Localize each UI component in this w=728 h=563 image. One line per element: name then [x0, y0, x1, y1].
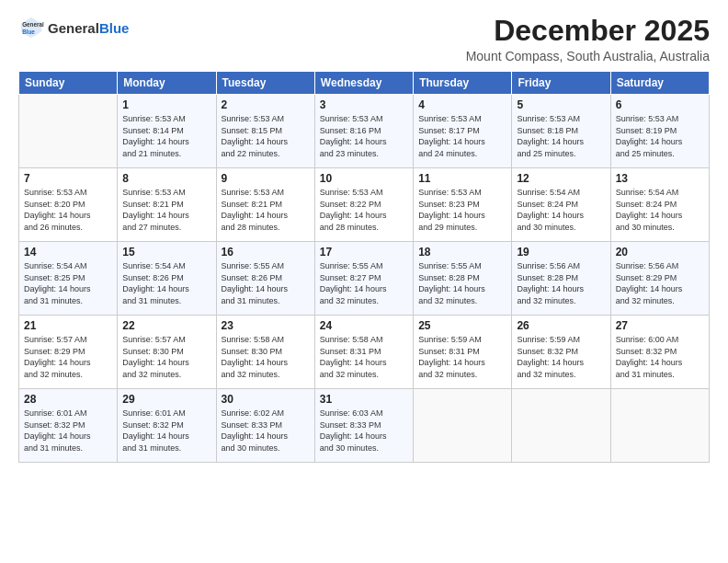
day-number: 28 [24, 393, 112, 406]
logo-blue: Blue [99, 20, 130, 36]
day-info: Sunrise: 5:59 AMSunset: 8:32 PMDaylight:… [517, 334, 605, 380]
calendar-cell: 16Sunrise: 5:55 AMSunset: 8:26 PMDayligh… [216, 242, 314, 316]
day-header-tuesday: Tuesday [216, 72, 314, 95]
calendar-cell: 19Sunrise: 5:56 AMSunset: 8:28 PMDayligh… [512, 242, 610, 316]
day-header-monday: Monday [118, 72, 216, 95]
calendar-cell: 2Sunrise: 5:53 AMSunset: 8:15 PMDaylight… [216, 95, 314, 168]
header: General Blue GeneralBlue December 2025 M… [18, 15, 710, 63]
calendar-cell: 20Sunrise: 5:56 AMSunset: 8:29 PMDayligh… [610, 242, 709, 316]
calendar-cell: 8Sunrise: 5:53 AMSunset: 8:21 PMDaylight… [118, 168, 216, 242]
day-number: 10 [320, 172, 408, 185]
calendar-cell: 6Sunrise: 5:53 AMSunset: 8:19 PMDaylight… [610, 95, 709, 168]
day-number: 17 [320, 246, 408, 259]
calendar-cell: 7Sunrise: 5:53 AMSunset: 8:20 PMDaylight… [19, 168, 118, 242]
day-info: Sunrise: 6:02 AMSunset: 8:33 PMDaylight:… [222, 408, 310, 454]
week-row-3: 14Sunrise: 5:54 AMSunset: 8:25 PMDayligh… [19, 242, 710, 316]
day-number: 19 [517, 246, 605, 259]
day-info: Sunrise: 5:56 AMSunset: 8:28 PMDaylight:… [517, 260, 605, 306]
day-info: Sunrise: 5:57 AMSunset: 8:29 PMDaylight:… [24, 334, 112, 380]
calendar-cell: 26Sunrise: 5:59 AMSunset: 8:32 PMDayligh… [512, 316, 610, 389]
day-number: 20 [616, 246, 704, 259]
day-info: Sunrise: 5:53 AMSunset: 8:22 PMDaylight:… [320, 187, 408, 233]
calendar-cell [512, 389, 610, 463]
day-header-thursday: Thursday [414, 72, 512, 95]
calendar-cell: 13Sunrise: 5:54 AMSunset: 8:24 PMDayligh… [610, 168, 709, 242]
calendar-cell: 11Sunrise: 5:53 AMSunset: 8:23 PMDayligh… [414, 168, 512, 242]
day-info: Sunrise: 5:53 AMSunset: 8:17 PMDaylight:… [418, 113, 506, 159]
calendar-cell [414, 389, 512, 463]
calendar-cell: 14Sunrise: 5:54 AMSunset: 8:25 PMDayligh… [19, 242, 118, 316]
day-info: Sunrise: 5:57 AMSunset: 8:30 PMDaylight:… [122, 334, 210, 380]
day-number: 8 [122, 172, 210, 185]
day-info: Sunrise: 5:53 AMSunset: 8:18 PMDaylight:… [517, 113, 605, 159]
day-number: 14 [24, 246, 112, 259]
day-info: Sunrise: 5:55 AMSunset: 8:26 PMDaylight:… [222, 260, 310, 306]
day-number: 1 [122, 98, 210, 111]
calendar-cell: 3Sunrise: 5:53 AMSunset: 8:16 PMDaylight… [314, 95, 413, 168]
calendar-cell: 30Sunrise: 6:02 AMSunset: 8:33 PMDayligh… [216, 389, 314, 463]
day-number: 12 [517, 172, 605, 185]
calendar-cell: 5Sunrise: 5:53 AMSunset: 8:18 PMDaylight… [512, 95, 610, 168]
day-number: 16 [222, 246, 310, 259]
day-number: 4 [418, 98, 506, 111]
calendar-cell: 24Sunrise: 5:58 AMSunset: 8:31 PMDayligh… [314, 316, 413, 389]
logo-icon: General Blue [18, 15, 44, 40]
day-info: Sunrise: 5:53 AMSunset: 8:23 PMDaylight:… [418, 187, 506, 233]
day-info: Sunrise: 5:59 AMSunset: 8:31 PMDaylight:… [418, 334, 506, 380]
day-info: Sunrise: 5:54 AMSunset: 8:24 PMDaylight:… [616, 187, 704, 233]
calendar-cell: 10Sunrise: 5:53 AMSunset: 8:22 PMDayligh… [314, 168, 413, 242]
day-info: Sunrise: 5:58 AMSunset: 8:30 PMDaylight:… [222, 334, 310, 380]
logo: General Blue GeneralBlue [18, 15, 129, 40]
day-header-saturday: Saturday [610, 72, 709, 95]
day-info: Sunrise: 6:03 AMSunset: 8:33 PMDaylight:… [320, 408, 408, 454]
day-info: Sunrise: 5:53 AMSunset: 8:16 PMDaylight:… [320, 113, 408, 159]
day-number: 18 [418, 246, 506, 259]
logo-general: General [48, 20, 99, 36]
day-info: Sunrise: 5:56 AMSunset: 8:29 PMDaylight:… [616, 260, 704, 306]
svg-text:Blue: Blue [22, 29, 35, 35]
calendar-cell: 4Sunrise: 5:53 AMSunset: 8:17 PMDaylight… [414, 95, 512, 168]
calendar-cell: 18Sunrise: 5:55 AMSunset: 8:28 PMDayligh… [414, 242, 512, 316]
calendar-cell: 9Sunrise: 5:53 AMSunset: 8:21 PMDaylight… [216, 168, 314, 242]
calendar-cell: 17Sunrise: 5:55 AMSunset: 8:27 PMDayligh… [314, 242, 413, 316]
day-number: 23 [222, 319, 310, 332]
day-info: Sunrise: 5:53 AMSunset: 8:15 PMDaylight:… [222, 113, 310, 159]
day-info: Sunrise: 5:58 AMSunset: 8:31 PMDaylight:… [320, 334, 408, 380]
svg-text:General: General [22, 21, 44, 28]
calendar-cell [610, 389, 709, 463]
day-info: Sunrise: 6:01 AMSunset: 8:32 PMDaylight:… [24, 408, 112, 454]
day-info: Sunrise: 5:55 AMSunset: 8:28 PMDaylight:… [418, 260, 506, 306]
day-number: 11 [418, 172, 506, 185]
day-info: Sunrise: 5:55 AMSunset: 8:27 PMDaylight:… [320, 260, 408, 306]
day-info: Sunrise: 5:53 AMSunset: 8:21 PMDaylight:… [122, 187, 210, 233]
calendar-header-row: SundayMondayTuesdayWednesdayThursdayFrid… [19, 72, 710, 95]
week-row-5: 28Sunrise: 6:01 AMSunset: 8:32 PMDayligh… [19, 389, 710, 463]
day-number: 22 [122, 319, 210, 332]
title-block: December 2025 Mount Compass, South Austr… [466, 15, 710, 63]
calendar-table: SundayMondayTuesdayWednesdayThursdayFrid… [18, 71, 710, 463]
calendar-cell: 12Sunrise: 5:54 AMSunset: 8:24 PMDayligh… [512, 168, 610, 242]
calendar-cell: 28Sunrise: 6:01 AMSunset: 8:32 PMDayligh… [19, 389, 118, 463]
day-info: Sunrise: 6:00 AMSunset: 8:32 PMDaylight:… [616, 334, 704, 380]
day-header-sunday: Sunday [19, 72, 118, 95]
day-number: 31 [320, 393, 408, 406]
day-number: 13 [616, 172, 704, 185]
calendar-cell: 1Sunrise: 5:53 AMSunset: 8:14 PMDaylight… [118, 95, 216, 168]
day-number: 6 [616, 98, 704, 111]
day-number: 24 [320, 319, 408, 332]
calendar-cell: 29Sunrise: 6:01 AMSunset: 8:32 PMDayligh… [118, 389, 216, 463]
day-number: 29 [122, 393, 210, 406]
calendar-cell: 21Sunrise: 5:57 AMSunset: 8:29 PMDayligh… [19, 316, 118, 389]
logo-text: GeneralBlue [48, 20, 129, 36]
location: Mount Compass, South Australia, Australi… [466, 49, 710, 63]
day-number: 30 [222, 393, 310, 406]
day-number: 15 [122, 246, 210, 259]
calendar-cell: 27Sunrise: 6:00 AMSunset: 8:32 PMDayligh… [610, 316, 709, 389]
day-number: 26 [517, 319, 605, 332]
day-number: 21 [24, 319, 112, 332]
day-number: 7 [24, 172, 112, 185]
month-year: December 2025 [466, 15, 710, 47]
calendar-cell: 23Sunrise: 5:58 AMSunset: 8:30 PMDayligh… [216, 316, 314, 389]
week-row-2: 7Sunrise: 5:53 AMSunset: 8:20 PMDaylight… [19, 168, 710, 242]
calendar-cell: 15Sunrise: 5:54 AMSunset: 8:26 PMDayligh… [118, 242, 216, 316]
